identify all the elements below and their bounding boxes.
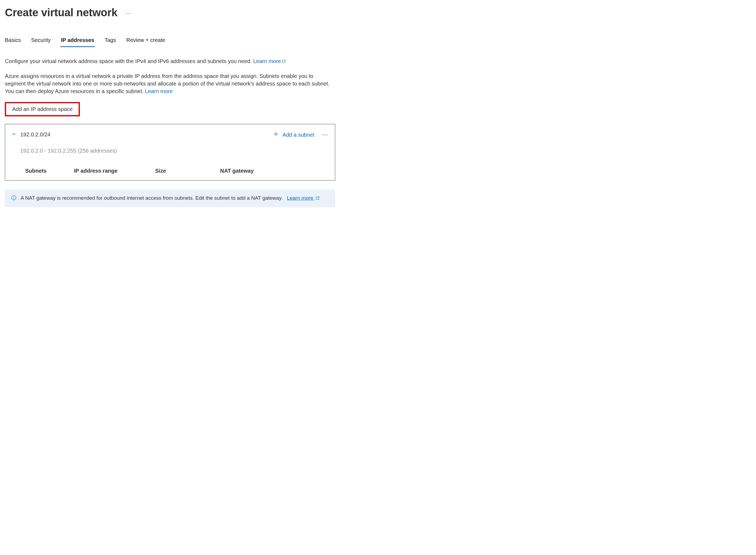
chevron-up-icon[interactable] — [12, 131, 16, 137]
info-banner-learn-more-link[interactable]: Learn more — [287, 195, 315, 201]
col-nat-gateway: NAT gateway — [220, 167, 328, 175]
col-subnets: Subnets — [25, 167, 74, 175]
learn-more-link-2[interactable]: Learn more — [145, 88, 172, 94]
col-size: Size — [155, 167, 220, 175]
learn-more-link-1[interactable]: Learn more — [253, 58, 286, 64]
svg-point-2 — [13, 197, 14, 197]
address-space-card: 192.0.2.0/24 192.0.2.0 - 192.0.2.255 (25… — [5, 124, 335, 180]
tab-basics[interactable]: Basics — [5, 36, 21, 47]
tab-tags[interactable]: Tags — [105, 36, 116, 47]
tab-bar: Basics Security IP addresses Tags Review… — [5, 36, 342, 47]
external-link-icon — [316, 195, 320, 202]
col-ip-range: IP address range — [74, 167, 155, 175]
add-ip-highlight-box: Add an IP address space — [5, 102, 80, 116]
tab-ip-addresses[interactable]: IP addresses — [61, 36, 94, 47]
title-more-icon[interactable]: ⋯ — [125, 9, 131, 18]
intro-text-1: Configure your virtual network address s… — [5, 58, 252, 64]
subnet-table-header: Subnets IP address range Size NAT gatewa… — [12, 167, 328, 178]
tab-security[interactable]: Security — [31, 36, 51, 47]
external-link-icon — [282, 58, 286, 65]
add-ip-address-space-button[interactable]: Add an IP address space — [6, 103, 79, 115]
add-subnet-button[interactable]: Add a subnet — [273, 131, 314, 138]
page-title: Create virtual network — [5, 5, 118, 20]
info-banner-text: A NAT gateway is recommended for outboun… — [21, 195, 283, 201]
subnet-table: Subnets IP address range Size NAT gatewa… — [12, 167, 328, 178]
address-space-more-icon[interactable]: ⋯ — [322, 131, 328, 139]
intro-section: Configure your virtual network address s… — [5, 57, 342, 95]
nat-gateway-info-banner: A NAT gateway is recommended for outboun… — [5, 190, 335, 207]
info-icon — [11, 195, 16, 202]
add-subnet-label: Add a subnet — [282, 131, 314, 138]
address-space-cidr: 192.0.2.0/24 — [20, 131, 117, 138]
address-space-range: 192.0.2.0 - 192.0.2.255 (256 addresses) — [20, 147, 117, 155]
tab-review-create[interactable]: Review + create — [126, 36, 165, 47]
plus-icon — [273, 131, 279, 138]
